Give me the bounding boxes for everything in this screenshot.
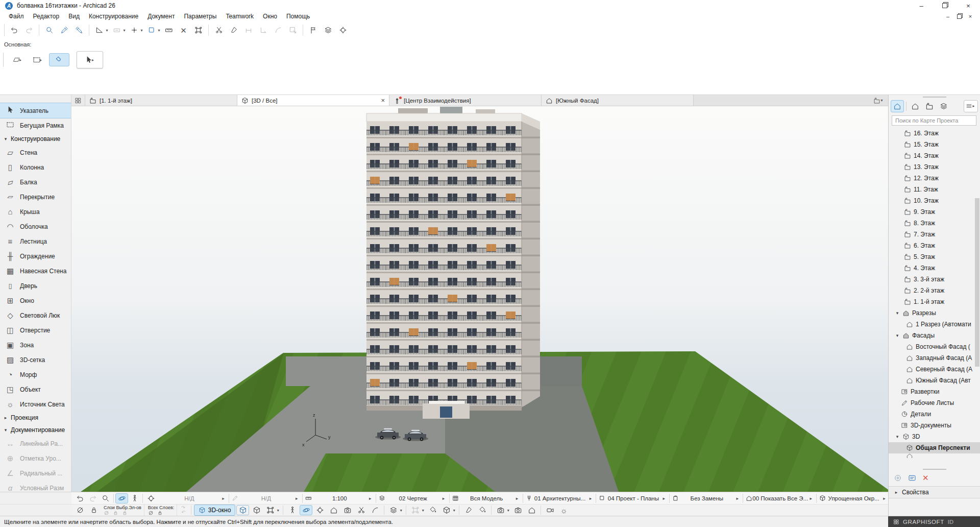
lock-toggle-button[interactable] xyxy=(87,505,100,515)
adjust-button[interactable] xyxy=(226,23,241,37)
virtual-trace-dropdown[interactable]: ▾ xyxy=(399,508,403,513)
intersect-button[interactable] xyxy=(256,23,271,37)
publisher-button[interactable] xyxy=(937,100,950,112)
tab-overview-button[interactable] xyxy=(71,95,85,106)
close-button[interactable]: × xyxy=(957,0,980,11)
story-item-5[interactable]: 5. Этаж xyxy=(889,251,980,262)
walk-mode-button[interactable] xyxy=(286,505,299,515)
tool-opening[interactable]: ◫Отверстие xyxy=(0,323,71,338)
quick-option-pen-set[interactable]: 01 Архитектурны...▸ xyxy=(525,492,595,504)
marquee-rect-button[interactable]: ▸ xyxy=(29,53,47,66)
3d-viewport[interactable]: z y x xyxy=(71,106,888,492)
view-map-button[interactable] xyxy=(909,100,922,112)
capture-button[interactable] xyxy=(335,23,350,37)
menu-document[interactable]: Документ xyxy=(143,12,179,21)
3d-view-item-general-perspective[interactable]: Общая Перспекти xyxy=(889,442,980,453)
quick-option-environment[interactable]: Упрощенная Окр...▸ xyxy=(818,492,888,504)
details-group[interactable]: Детали xyxy=(889,409,980,420)
render-settings-button[interactable] xyxy=(511,505,524,515)
quick-select-button[interactable] xyxy=(42,23,57,37)
snap-points-dropdown[interactable]: ▾ xyxy=(139,28,144,33)
photo-render-button[interactable] xyxy=(494,505,507,515)
quick-option-partial-structure[interactable]: Вся Модель▸ xyxy=(451,492,521,504)
gravity-magnet-button[interactable] xyxy=(49,53,69,66)
tool-railing[interactable]: ╫Ограждение xyxy=(0,249,71,264)
quick-option-overrides[interactable]: Без Замены▸ xyxy=(671,492,741,504)
story-item-15[interactable]: 15. Этаж xyxy=(889,139,980,150)
3d-documents-group[interactable]: 3D-документы xyxy=(889,420,980,431)
story-item-6[interactable]: 6. Этаж xyxy=(889,240,980,251)
building[interactable] xyxy=(366,107,540,419)
show-all-layers-icon[interactable] xyxy=(148,510,154,516)
navigator-grip[interactable] xyxy=(889,95,980,99)
menu-view[interactable]: Вид xyxy=(64,12,84,21)
quick-option-renovation[interactable]: 00 Показать Все Э...▸ xyxy=(745,492,815,504)
mdi-close-button[interactable]: × xyxy=(965,12,976,20)
zoom-in-button[interactable] xyxy=(99,493,112,504)
working-sheets-group[interactable]: Рабочие Листы xyxy=(889,397,980,409)
explode-button[interactable]: ✕ xyxy=(176,23,191,37)
section-item[interactable]: 1 Разрез (Автомати xyxy=(889,319,980,330)
guide-lines-dropdown[interactable]: ▾ xyxy=(105,28,109,33)
story-item-9[interactable]: 9. Этаж xyxy=(889,206,980,218)
tab-south-elevation[interactable]: [Южный Фасад] xyxy=(542,95,694,106)
undo-button[interactable] xyxy=(7,23,21,37)
axonometry-view-button[interactable] xyxy=(250,505,263,515)
marquee-poly-button[interactable]: ▸ xyxy=(8,53,27,66)
navigator-scrollbar[interactable] xyxy=(975,198,979,367)
mirror-view-button[interactable] xyxy=(369,505,381,515)
arc-button[interactable] xyxy=(271,23,285,37)
tab-interaction-center[interactable]: [Центр Взаимодействия] xyxy=(389,95,542,106)
tool-slab[interactable]: ▱Перекрытие xyxy=(0,189,71,204)
tool-morph[interactable]: ◔Морф xyxy=(0,367,71,382)
visibility-toggle-button[interactable] xyxy=(74,505,86,515)
tool-shell[interactable]: ◠Оболочка xyxy=(0,219,71,234)
tool-light[interactable]: ☼Источник Света xyxy=(0,397,71,412)
tool-window[interactable]: ⊞Окно xyxy=(0,293,71,308)
tool-level-dimension[interactable]: ⊕Отметка Уро... xyxy=(0,451,71,466)
navigator-menu-button[interactable]: ▸ xyxy=(964,100,978,112)
edit-transform-button[interactable] xyxy=(191,23,206,37)
quick-option-zoom[interactable]: Н/Д▸ xyxy=(157,492,227,504)
elevation-item-east[interactable]: Восточный Фасад ( xyxy=(889,341,980,352)
tool-roof[interactable]: ⌂Крыша xyxy=(0,204,71,219)
story-item-13[interactable]: 13. Этаж xyxy=(889,161,980,173)
story-item-4[interactable]: 4. Этаж xyxy=(889,262,980,274)
hide-layer-icon[interactable] xyxy=(104,510,109,516)
paint-surface-button[interactable] xyxy=(476,505,488,515)
story-item-8[interactable]: 8. Этаж xyxy=(889,218,980,229)
look-to-button[interactable] xyxy=(313,505,326,515)
story-item-16[interactable]: 16. Этаж xyxy=(889,128,980,139)
tab-floor-plan[interactable]: [1. 1-й этаж] xyxy=(85,95,237,106)
layer-undo-icon[interactable]: ↶ xyxy=(181,510,185,515)
marquee-rect-dropdown[interactable]: ▸ xyxy=(39,58,43,62)
scene-photo-button[interactable] xyxy=(525,505,538,515)
elevations-group[interactable]: ▾Фасады xyxy=(889,330,980,341)
story-item-10[interactable]: 10. Этаж xyxy=(889,195,980,206)
quick-option-layer-combination[interactable]: 02 Чертеж▸ xyxy=(378,492,448,504)
view-orientation-dropdown[interactable]: ▾ xyxy=(276,508,280,513)
cutting-planes-button[interactable] xyxy=(355,505,368,515)
story-item-1[interactable]: 1. 1-й этаж xyxy=(889,296,980,307)
story-item-7[interactable]: 7. Этаж xyxy=(889,229,980,240)
toolbox-section-document[interactable]: ▾Документирование xyxy=(0,424,71,436)
story-item-14[interactable]: 14. Этаж xyxy=(889,150,980,161)
restore-button[interactable] xyxy=(933,0,957,11)
mdi-minimize-button[interactable]: – xyxy=(942,12,953,20)
menu-window[interactable]: Окно xyxy=(258,12,282,21)
mdi-restore-button[interactable] xyxy=(953,12,965,20)
toolbox-section-views[interactable]: ▸Проекция xyxy=(0,412,71,424)
view-orientation-button[interactable] xyxy=(264,505,277,515)
photo-render-dropdown[interactable]: ▾ xyxy=(506,508,510,513)
tool-mesh[interactable]: ▨3D-сетка xyxy=(0,352,71,367)
marquee-poly-dropdown[interactable]: ▸ xyxy=(18,58,23,62)
navigator-footer-grip[interactable] xyxy=(889,467,980,471)
3d-window-button[interactable]: 3D-окно xyxy=(194,505,236,516)
arrow-tool-button[interactable]: ▸ xyxy=(77,51,103,68)
tab-new-controls[interactable]: ▾ xyxy=(873,95,888,106)
new-tab-dropdown[interactable]: ▾ xyxy=(879,98,884,103)
story-item-11[interactable]: 11. Этаж xyxy=(889,184,980,195)
markup-button[interactable] xyxy=(409,505,422,515)
quick-option-scale[interactable]: 1:100▸ xyxy=(304,492,374,504)
tool-zone[interactable]: ▣Зона xyxy=(0,338,71,352)
